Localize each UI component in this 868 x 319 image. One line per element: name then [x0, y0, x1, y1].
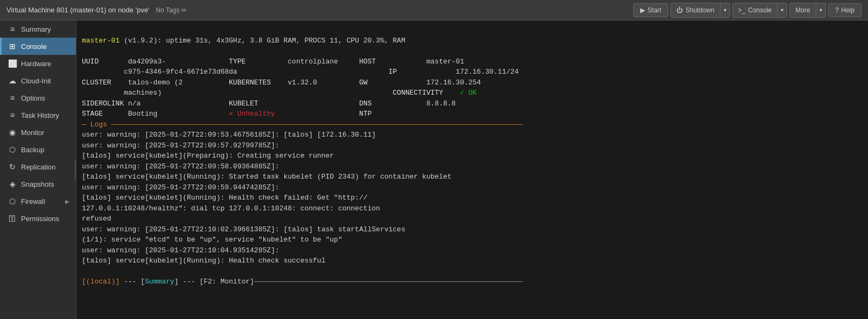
topbar-actions: ▶ Start ⏻ Shutdown ▾ >_ Console ▾ More ▾… — [633, 3, 862, 18]
more-button[interactable]: More — [790, 3, 816, 17]
sidebar-label-task-history: Task History — [21, 111, 59, 119]
console-button-group: >_ Console ▾ — [732, 3, 788, 18]
shutdown-dropdown-arrow[interactable]: ▾ — [720, 3, 730, 17]
sidebar-icon-options: ≡ — [8, 94, 17, 102]
topbar: Virtual Machine 801 (master-01) on node … — [0, 0, 868, 20]
console-dropdown-arrow[interactable]: ▾ — [778, 3, 787, 17]
sidebar-label-firewall: Firewall — [21, 197, 45, 205]
play-icon: ▶ — [640, 6, 645, 14]
sidebar-label-permissions: Permissions — [21, 215, 59, 223]
sidebar-item-task-history[interactable]: ≡Task History — [0, 107, 76, 124]
power-icon: ⏻ — [676, 6, 683, 14]
console-button[interactable]: >_ Console — [733, 3, 778, 17]
sidebar-icon-console: ⊞ — [8, 42, 17, 51]
sidebar-item-permissions[interactable]: ⚿Permissions — [0, 210, 76, 227]
sidebar-label-summary: Summary — [21, 25, 51, 33]
sidebar-item-monitor[interactable]: ◉Monitor — [0, 124, 76, 141]
sidebar-icon-permissions: ⚿ — [8, 214, 17, 223]
sidebar-icon-summary: ≡ — [8, 25, 17, 33]
shutdown-button-group: ⏻ Shutdown ▾ — [670, 3, 730, 18]
sidebar-label-options: Options — [21, 94, 45, 102]
sidebar-label-snapshots: Snapshots — [21, 180, 54, 188]
edit-icon[interactable]: ✏ — [181, 6, 187, 14]
sidebar-arrow-firewall: ▶ — [65, 199, 69, 204]
more-button-group: More ▾ — [789, 3, 825, 18]
sidebar-item-options[interactable]: ≡Options — [0, 89, 76, 107]
sidebar-label-backup: Backup — [21, 146, 44, 154]
console-area[interactable]: master-01 (v1.9.2): uptime 31s, 4x3GHz, … — [76, 20, 868, 319]
sidebar-icon-replication: ↻ — [8, 162, 17, 171]
sidebar-icon-backup: ⬡ — [8, 145, 17, 154]
sidebar: ≡Summary⊞Console⬜Hardware☁Cloud-Init≡Opt… — [0, 20, 76, 319]
sidebar-item-snapshots[interactable]: ◈Snapshots — [0, 175, 76, 193]
sidebar-icon-firewall: ⬡ — [8, 197, 17, 205]
no-tags-label: No Tags ✏ — [156, 6, 187, 14]
sidebar-item-console[interactable]: ⊞Console — [0, 38, 76, 55]
sidebar-icon-hardware: ⬜ — [8, 59, 17, 68]
console-icon: >_ — [738, 6, 746, 14]
sidebar-icon-monitor: ◉ — [8, 128, 17, 137]
sidebar-label-replication: Replication — [21, 163, 55, 171]
sidebar-label-hardware: Hardware — [21, 60, 51, 68]
sidebar-item-hardware[interactable]: ⬜Hardware — [0, 55, 76, 72]
sidebar-label-console: Console — [21, 42, 47, 51]
sidebar-item-replication[interactable]: ↻Replication — [0, 158, 76, 175]
sidebar-item-firewall[interactable]: ⬡Firewall▶ — [0, 193, 76, 210]
sidebar-item-cloud-init[interactable]: ☁Cloud-Init — [0, 72, 76, 89]
sidebar-item-summary[interactable]: ≡Summary — [0, 20, 76, 38]
start-button[interactable]: ▶ Start — [633, 3, 668, 17]
shutdown-button[interactable]: ⏻ Shutdown — [671, 3, 720, 17]
main-layout: ≡Summary⊞Console⬜Hardware☁Cloud-Init≡Opt… — [0, 20, 868, 319]
sidebar-icon-snapshots: ◈ — [8, 180, 17, 188]
sidebar-icon-task-history: ≡ — [8, 111, 17, 119]
vm-title: Virtual Machine 801 (master-01) on node … — [6, 6, 150, 14]
console-output: master-01 (v1.9.2): uptime 31s, 4x3GHz, … — [76, 20, 868, 319]
help-button[interactable]: ? Help — [828, 3, 862, 17]
sidebar-label-cloud-init: Cloud-Init — [21, 77, 51, 85]
sidebar-label-monitor: Monitor — [21, 129, 44, 137]
sidebar-icon-cloud-init: ☁ — [8, 76, 17, 85]
more-dropdown-arrow[interactable]: ▾ — [816, 3, 825, 17]
help-icon: ? — [835, 6, 839, 14]
sidebar-item-backup[interactable]: ⬡Backup — [0, 141, 76, 158]
